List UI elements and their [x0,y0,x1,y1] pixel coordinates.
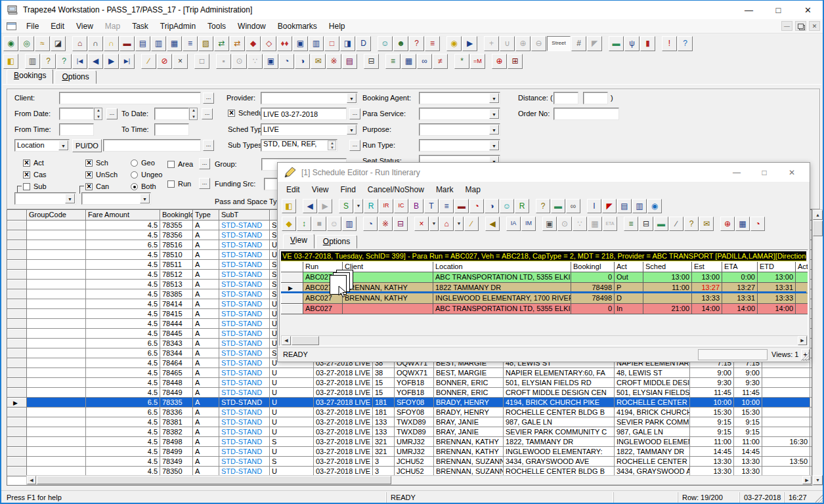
vehicles-button[interactable]: ▤ [135,36,150,51]
menu-tools[interactable]: Tools [202,19,232,33]
row-selector-cell[interactable] [7,408,27,417]
copy-window-button[interactable]: ▦ [401,54,416,69]
world-edit-button[interactable]: ◎ [19,36,34,51]
print-button[interactable]: ⊟ [364,54,379,69]
exit-door-button[interactable]: ◧ [3,54,18,69]
dialog-menu-find[interactable]: Find [334,182,361,197]
monitor-button[interactable]: ▣ [542,217,557,231]
itinerary-row-selector[interactable] [281,304,303,314]
map-cut-button[interactable]: ◇ [261,36,276,51]
bus-pair-button[interactable]: ▣ [293,36,308,51]
itinerary-row[interactable]: ABC027ABC TRANSPORTATION LTD, 5355 ELKIN… [281,272,808,283]
row-selector-cell[interactable] [7,368,27,378]
flag-button[interactable]: ◤ [602,199,617,213]
row-selector-cell[interactable] [7,457,27,467]
both-radio[interactable]: Both [131,182,156,190]
booking-tb-button[interactable]: T [424,199,439,213]
person-find-button[interactable]: ☺ [378,36,393,51]
itinerary-map-button[interactable]: IM [521,217,536,231]
vehicle-stop-button[interactable]: ▥ [151,36,166,51]
to-date-input[interactable] [154,108,189,120]
speaker-button[interactable]: ◀ [485,217,500,231]
prev-record-button[interactable]: ◀ [88,54,103,69]
gauge-button[interactable]: ▥ [25,54,40,69]
dialog-menu-edit[interactable]: Edit [280,182,306,197]
print-deck-button[interactable]: ▤ [342,54,357,69]
location-select[interactable]: Location [14,139,70,152]
schedule-input[interactable] [261,108,347,120]
itinerary-run-button[interactable]: IR [379,199,393,213]
trip-list-button[interactable]: ≡ [439,199,454,213]
monitor-map-button[interactable]: □ [324,36,339,51]
row-selector-cell[interactable] [7,388,27,398]
note-button[interactable]: ✉ [699,217,714,231]
row-selector-cell[interactable] [7,467,27,476]
itinerary-address-button[interactable]: IA [506,217,521,231]
booking-agent-select[interactable] [419,92,500,104]
blocks-button[interactable]: ◆ [246,36,261,51]
handheld-button[interactable]: ▮ [640,36,655,51]
agency-button[interactable]: ⌂ [72,36,87,51]
ibeam-button[interactable]: I [587,199,601,213]
exit-door-button[interactable]: ◧ [282,199,296,213]
menu-view[interactable]: View [70,19,99,33]
paint-tools-button[interactable]: ※ [378,217,393,231]
world-button[interactable]: ◉ [647,199,662,213]
column-header[interactable]: GroupCode [27,210,86,220]
sub-types-browse-button[interactable] [349,140,360,151]
help-button[interactable]: ? [684,217,699,231]
itinerary-client-button[interactable]: IC [394,199,408,213]
clock-list-button[interactable]: ◑ [295,54,310,69]
cas-checkbox[interactable]: Cas [23,171,47,178]
menu-file[interactable]: File [20,19,45,33]
menu-help[interactable]: Help [323,19,351,33]
map-person-button[interactable]: ☻ [393,36,408,51]
next-record-button[interactable]: ▶ [104,54,119,69]
first-record-button[interactable]: |◀ [72,54,87,69]
print-deck-button[interactable]: ⊟ [393,217,408,231]
vehicle-photo-button[interactable]: ▦ [167,36,182,51]
to-date-browse-button[interactable] [202,108,213,119]
menu-task[interactable]: Task [126,19,154,33]
mdt-radio-button[interactable]: ▬ [609,36,624,51]
refresh-button[interactable]: ↕ [297,217,311,231]
booking-row[interactable]: 4.578349ASTD-STANDS03-27-2018 LIVE3JCHU5… [7,457,812,467]
itinerary-row[interactable]: ABC027ABC TRANSPORTATION LTD, 5355 ELKIN… [281,304,808,314]
pin-button[interactable]: ◉ [446,36,462,51]
help-button[interactable]: ? [41,54,56,69]
notes-edit-button[interactable]: ≈ [35,36,50,51]
itinerary-column-header[interactable]: Sched [643,262,692,272]
dialog-scroll-left-icon[interactable]: ◀ [282,336,291,345]
provider-select[interactable] [261,92,358,104]
dialog-minimize-button[interactable]: — [723,163,750,182]
pudo-button[interactable]: PU/DO [72,139,102,152]
scroll-down-icon[interactable]: ▼ [813,475,823,485]
avl-antenna-button[interactable]: ψ [624,36,640,51]
route-edit-button[interactable]: ⇄ [230,36,245,51]
vehicle-button[interactable]: ▬ [454,199,469,213]
pudo-browse-button[interactable] [203,140,214,151]
note-go-button[interactable]: ✉ [311,54,326,69]
link-broken-button[interactable]: ≠ [433,54,448,69]
paint-tools-button[interactable]: ※ [326,54,341,69]
row-selector-cell[interactable] [7,319,27,329]
row-selector-cell[interactable] [7,250,27,260]
dialog-close-button[interactable]: ✕ [778,163,806,182]
itinerary-column-header[interactable]: BookingI [571,262,615,272]
new-document-button[interactable]: □ [194,54,209,69]
dialog-maximize-button[interactable]: □ [750,163,778,182]
cut-time-button[interactable]: × [414,217,429,231]
row-selector-cell[interactable] [7,378,27,388]
prev-button[interactable]: ◀ [303,199,317,213]
basket-button[interactable]: ◆ [282,217,296,231]
trip-flag-list-button[interactable]: ≡ [425,36,440,51]
booking-row[interactable]: 6.578336ASTD-STANDU03-27-2018 LIVE181SFO… [7,408,812,417]
link-button[interactable]: ∞ [417,54,432,69]
itinerary-column-header[interactable]: ETA [722,262,758,272]
area-browse-button[interactable] [199,158,210,169]
sched-types-dropdown-icon[interactable] [347,125,357,135]
can-filter-select[interactable] [81,192,151,205]
run-type-select[interactable] [419,139,500,152]
from-time-input[interactable] [59,123,94,136]
booking-row[interactable]: 4.578498ASTD-STANDS03-27-2018 LIVE321UMR… [7,437,812,447]
